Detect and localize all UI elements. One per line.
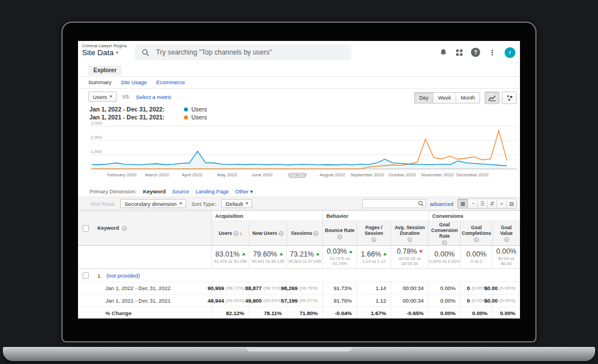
column-header-pages-session[interactable]: Pages / Session? bbox=[357, 221, 391, 245]
view-pivot-icon[interactable]: ▤ bbox=[506, 199, 516, 208]
table-search-input[interactable] bbox=[363, 201, 418, 206]
granularity-day-button[interactable]: Day bbox=[415, 93, 433, 103]
column-header-goal-value[interactable]: Goal Value? bbox=[492, 221, 520, 245]
view-term-cloud-icon[interactable]: ≈ bbox=[497, 199, 506, 208]
table-search-box[interactable] bbox=[362, 199, 426, 208]
secondary-dimension-dropdown[interactable]: Secondary dimension ▾ bbox=[120, 199, 186, 208]
motion-chart-view-button[interactable] bbox=[502, 92, 517, 104]
trend-up-icon bbox=[349, 250, 353, 253]
metric-value-cell: 1.67% bbox=[357, 307, 391, 318]
column-header-label: New Users bbox=[252, 230, 277, 236]
subnav-summary[interactable]: Summary bbox=[88, 79, 112, 85]
subnav-ecommerce[interactable]: Ecommerce bbox=[156, 79, 185, 85]
metric-value: 57,199 bbox=[281, 297, 297, 304]
granularity-week-button[interactable]: Week bbox=[433, 93, 456, 103]
select-metric-link[interactable]: Select a metric bbox=[136, 94, 172, 100]
column-header-keyword[interactable]: Keyword? bbox=[93, 211, 211, 245]
legend-series-dot bbox=[184, 115, 188, 119]
keyword-link[interactable]: (not provided) bbox=[107, 272, 140, 279]
chart-legend: Jan 1, 2022 - Dec 31, 2022:UsersJan 1, 2… bbox=[89, 105, 207, 121]
keyword-table: Keyword?AcquisitionBehaviorConversionsUs… bbox=[78, 210, 520, 318]
summary-value-text: 73.21% bbox=[290, 250, 314, 258]
metric-value-cell: 82.12% bbox=[211, 307, 249, 318]
help-icon[interactable]: ? bbox=[371, 237, 376, 242]
chart-expand-handle[interactable]: ▾ bbox=[289, 173, 305, 178]
summary-value: 83.01% bbox=[215, 250, 245, 258]
metric-value: $0.00 bbox=[484, 297, 498, 304]
metric-dropdown[interactable]: Users ▾ bbox=[88, 92, 117, 102]
global-search[interactable] bbox=[135, 44, 351, 60]
help-icon[interactable]: ? bbox=[234, 231, 239, 236]
row-checkbox[interactable] bbox=[83, 272, 89, 279]
advanced-search-link[interactable]: advanced bbox=[430, 201, 453, 207]
column-header-users[interactable]: Users?↓ bbox=[211, 221, 249, 245]
column-header-goal-conversion-rate[interactable]: Goal Conversion Rate? bbox=[428, 221, 460, 245]
avatar[interactable]: r bbox=[505, 47, 515, 58]
metric-value-cell: 49,944(99.53%) bbox=[211, 295, 249, 307]
global-search-input[interactable] bbox=[155, 48, 345, 57]
metric-value: $0.00 bbox=[484, 285, 498, 291]
column-header-sessions[interactable]: Sessions? bbox=[286, 221, 322, 245]
trend-down-icon bbox=[419, 250, 423, 253]
x-axis-tick-label: November 2022 bbox=[421, 172, 454, 177]
metric-selector-row: Users ▾ VS. Select a metric DayWeekMonth bbox=[78, 89, 520, 105]
metric-value-cell: 0.00% bbox=[428, 295, 460, 307]
metric-value-cell: 0.00% bbox=[460, 307, 492, 318]
help-icon[interactable]: ? bbox=[504, 237, 509, 242]
series-line-2022 bbox=[92, 151, 507, 166]
column-header-label: Goal Conversion Rate bbox=[431, 222, 458, 239]
help-icon[interactable]: ? bbox=[471, 48, 480, 57]
column-header-label: Sessions bbox=[291, 230, 312, 236]
view-comparison-icon[interactable]: ⇵ bbox=[487, 199, 497, 208]
table-row[interactable]: 1.(not provided) bbox=[78, 269, 520, 282]
column-header-label: Bounce Rate bbox=[325, 228, 355, 233]
vs-label: VS. bbox=[122, 94, 130, 100]
sort-type-dropdown[interactable]: Default ▾ bbox=[221, 199, 252, 208]
granularity-month-button[interactable]: Month bbox=[456, 93, 480, 103]
select-all-checkbox[interactable] bbox=[83, 225, 89, 231]
help-icon[interactable]: ? bbox=[313, 231, 318, 236]
column-header-label: Avg. Session Duration bbox=[393, 225, 427, 236]
help-icon[interactable]: ? bbox=[337, 234, 342, 239]
view-performance-icon[interactable]: ☰ bbox=[477, 199, 487, 208]
summary-comparison: 99,503 vs 57,445 bbox=[288, 259, 321, 264]
metric-value: 98,269 bbox=[281, 285, 297, 291]
series-line-2021 bbox=[92, 131, 507, 169]
metric-value: 0.00% bbox=[500, 310, 515, 316]
primary-dimension-landing-page[interactable]: Landing Page bbox=[195, 188, 229, 195]
plot-rows-button[interactable]: Plot Rows bbox=[91, 201, 115, 207]
help-icon[interactable]: ? bbox=[474, 237, 479, 242]
line-chart-view-button[interactable] bbox=[485, 92, 499, 104]
subnav-site-usage[interactable]: Site Usage bbox=[121, 79, 147, 85]
help-icon[interactable]: ? bbox=[122, 226, 127, 231]
metric-value: 49,944 bbox=[207, 297, 224, 304]
primary-dimension-keyword[interactable]: Keyword bbox=[143, 188, 166, 195]
column-header-new-users[interactable]: New Users? bbox=[249, 221, 286, 245]
trend-up-icon bbox=[383, 253, 387, 255]
table-subrow: Jan 1, 2022 - Dec 31, 202290,959(98.72%)… bbox=[78, 282, 520, 295]
primary-dimension-other[interactable]: Other ▾ bbox=[235, 188, 253, 195]
metric-value-cell: 0.00% bbox=[428, 282, 460, 294]
traffic-chart: 1,0002,0003,000February 2022March 2022Ap… bbox=[78, 122, 520, 185]
tab-explorer[interactable]: Explorer bbox=[88, 65, 122, 75]
trend-up-icon bbox=[280, 253, 283, 255]
help-icon[interactable]: ? bbox=[407, 237, 412, 242]
apps-grid-icon[interactable] bbox=[456, 49, 462, 56]
column-header-avg-session-duration[interactable]: Avg. Session Duration? bbox=[391, 221, 428, 245]
column-header-label: Keyword bbox=[97, 225, 119, 231]
view-data-table-icon[interactable]: ▦ bbox=[458, 199, 468, 208]
column-header-bounce-rate[interactable]: Bounce Rate? bbox=[322, 221, 357, 245]
help-icon[interactable]: ? bbox=[442, 240, 447, 245]
notifications-icon[interactable] bbox=[439, 48, 448, 56]
summary-metric-cell: 79.60%90,041 vs 50,135 bbox=[249, 246, 286, 268]
metric-value: 91.73% bbox=[334, 285, 352, 291]
legend-date-range: Jan 1, 2022 - Dec 31, 2022: bbox=[89, 106, 181, 113]
view-percentage-icon[interactable]: ◔ bbox=[468, 199, 477, 208]
table-toolbar: Plot Rows Secondary dimension ▾ Sort Typ… bbox=[78, 197, 520, 210]
help-icon[interactable]: ? bbox=[278, 231, 284, 236]
property-switcher[interactable]: Criminal Lawyer Regina Site Data ▾ bbox=[82, 44, 127, 57]
overflow-menu-icon[interactable]: ⋮ bbox=[489, 48, 496, 57]
metric-value: 00:00:34 bbox=[403, 285, 424, 291]
column-header-goal-completions[interactable]: Goal Completions? bbox=[460, 221, 492, 245]
primary-dimension-source[interactable]: Source bbox=[172, 188, 189, 195]
